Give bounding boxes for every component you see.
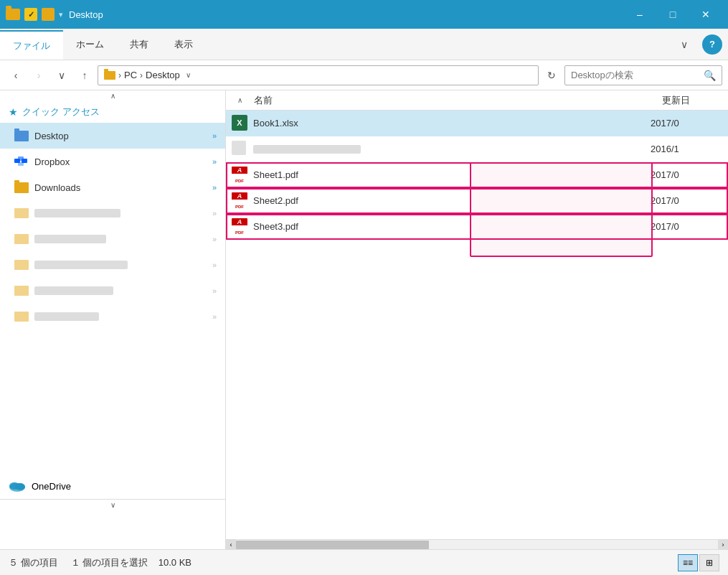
title-bar-dropdown-arrow[interactable]: ▾ bbox=[59, 10, 63, 19]
ribbon: ファイル ホーム 共有 表示 ∨ ? bbox=[0, 29, 728, 60]
pdf-icon-red-header-2: A bbox=[232, 192, 247, 200]
back-button[interactable]: ‹ bbox=[6, 65, 26, 85]
forward-button[interactable]: › bbox=[29, 65, 49, 85]
close-button[interactable]: ✕ bbox=[689, 0, 722, 29]
horizontal-scrollbar[interactable]: ‹ › bbox=[226, 539, 728, 549]
col-date-label: 更新日 bbox=[662, 95, 690, 106]
svg-point-6 bbox=[15, 483, 25, 490]
pdf-a-letter: A bbox=[237, 167, 242, 174]
sidebar-item-desktop[interactable]: Desktop » bbox=[0, 123, 225, 149]
ribbon-collapse-button[interactable]: ∨ bbox=[672, 29, 696, 60]
search-icon: 🔍 bbox=[704, 70, 716, 81]
sidebar-scroll-down[interactable]: ∨ bbox=[0, 499, 225, 510]
address-path[interactable]: › PC › Desktop ∨ bbox=[98, 65, 539, 85]
list-view-icon: ≡≡ bbox=[683, 558, 693, 568]
sidebar-blurred-item-4: » bbox=[0, 278, 225, 304]
file-list: ∧ 名前 更新日 X Book1.xlsx 2017/0 bbox=[226, 90, 728, 549]
file-list-container: X Book1.xlsx 2017/0 2016/1 bbox=[226, 111, 728, 539]
blurred-pin-4: » bbox=[212, 286, 217, 295]
file-row-sheet3[interactable]: A PDF Sheet3.pdf 2017/0 bbox=[226, 214, 728, 240]
main-content: ∧ ★ クイック アクセス Desktop » Dropbox » Downlo… bbox=[0, 90, 728, 549]
minimize-button[interactable]: – bbox=[623, 0, 656, 29]
sidebar-item-onedrive[interactable]: OneDrive bbox=[0, 473, 225, 499]
maximize-button[interactable]: □ bbox=[656, 0, 689, 29]
sidebar-blurred-item-2: » bbox=[0, 226, 225, 252]
forward-icon: › bbox=[37, 70, 41, 81]
pdf-acrobat-icon-sheet2: A PDF bbox=[232, 192, 249, 210]
sidebar-blurred-item-1: » bbox=[0, 200, 225, 226]
blurred-label-5 bbox=[34, 312, 99, 321]
search-box[interactable]: 🔍 bbox=[564, 65, 722, 85]
tab-file[interactable]: ファイル bbox=[0, 30, 63, 60]
file-row-blurred[interactable]: 2016/1 bbox=[226, 136, 728, 162]
path-pc: PC bbox=[124, 70, 137, 80]
app-icon-check: ✓ bbox=[24, 8, 37, 21]
sidebar-item-downloads[interactable]: Downloads » bbox=[0, 174, 225, 200]
blurred-pin-3: » bbox=[212, 261, 217, 269]
tab-view[interactable]: 表示 bbox=[161, 29, 206, 60]
path-separator-1: › bbox=[118, 70, 121, 80]
sidebar-blurred-item-3: » bbox=[0, 252, 225, 278]
help-button[interactable]: ? bbox=[702, 34, 722, 55]
dropbox-icon bbox=[14, 156, 29, 167]
pdf-a-letter-2: A bbox=[237, 192, 242, 200]
file-row-book1[interactable]: X Book1.xlsx 2017/0 bbox=[226, 111, 728, 136]
blurred-label-3 bbox=[34, 261, 128, 269]
file-row-sheet2[interactable]: A PDF Sheet2.pdf 2017/0 bbox=[226, 188, 728, 214]
tab-share[interactable]: 共有 bbox=[117, 29, 161, 60]
sort-indicator-icon: ∧ bbox=[237, 96, 242, 104]
file-name-sheet1: Sheet1.pdf bbox=[253, 169, 651, 180]
icon-view-button[interactable]: ⊞ bbox=[699, 554, 719, 571]
pdf-a-letter-3: A bbox=[237, 218, 242, 225]
onedrive-label: OneDrive bbox=[32, 481, 71, 492]
scroll-left-button[interactable]: ‹ bbox=[226, 540, 236, 550]
up-icon: ↑ bbox=[82, 70, 88, 81]
scroll-right-button[interactable]: › bbox=[718, 540, 728, 550]
pdf-label: PDF bbox=[232, 179, 247, 183]
col-name-header[interactable]: 名前 bbox=[248, 94, 656, 107]
scroll-track[interactable] bbox=[236, 540, 718, 550]
quick-access-star-icon: ★ bbox=[9, 106, 18, 118]
list-view-button[interactable]: ≡≡ bbox=[678, 554, 698, 571]
refresh-button[interactable]: ↻ bbox=[542, 65, 562, 85]
downloads-folder-icon bbox=[14, 182, 29, 193]
item-count: ５ 個の項目 bbox=[9, 557, 58, 568]
pdf-file-icon-sheet3: A PDF bbox=[232, 218, 249, 235]
excel-file-icon: X bbox=[232, 115, 249, 132]
pdf-acrobat-icon-sheet1: A PDF bbox=[232, 167, 249, 184]
path-separator-2: › bbox=[140, 70, 143, 80]
sidebar-item-desktop-label: Desktop bbox=[34, 131, 207, 141]
pdf-file-icon-sheet2: A PDF bbox=[232, 192, 249, 210]
blurred-folder-icon-5 bbox=[14, 312, 29, 322]
blurred-label-1 bbox=[34, 209, 120, 218]
pdf-acrobat-icon-sheet3: A PDF bbox=[232, 218, 249, 235]
file-name-book1: Book1.xlsx bbox=[253, 118, 651, 128]
file-date-book1: 2017/0 bbox=[651, 118, 722, 128]
file-name-sheet2: Sheet2.pdf bbox=[253, 195, 651, 206]
search-input[interactable] bbox=[571, 70, 701, 80]
blurred-folder-icon-1 bbox=[14, 208, 29, 218]
blurred-pin-2: » bbox=[212, 235, 217, 243]
up-button[interactable]: ↑ bbox=[75, 65, 95, 85]
dropbox-pin-icon: » bbox=[212, 157, 217, 166]
file-date-sheet3: 2017/0 bbox=[651, 221, 722, 232]
quick-access-header[interactable]: ★ クイック アクセス bbox=[0, 101, 225, 123]
sidebar-item-dropbox-label: Dropbox bbox=[34, 156, 207, 167]
blurred-file-name-area bbox=[253, 145, 651, 154]
tab-home[interactable]: ホーム bbox=[63, 29, 117, 60]
col-date-header[interactable]: 更新日 bbox=[656, 94, 728, 107]
file-date-sheet2: 2017/0 bbox=[651, 195, 722, 206]
sidebar-scroll-up[interactable]: ∧ bbox=[0, 90, 225, 101]
sidebar-item-downloads-label: Downloads bbox=[34, 182, 207, 193]
icon-view-icon: ⊞ bbox=[706, 558, 713, 568]
back-icon: ‹ bbox=[14, 70, 18, 81]
recent-locations-button[interactable]: ∨ bbox=[52, 65, 72, 85]
file-date-blurred: 2016/1 bbox=[651, 144, 722, 154]
file-row-sheet1[interactable]: A PDF Sheet1.pdf 2017/0 bbox=[226, 162, 728, 188]
pdf-icon-red-header: A bbox=[232, 167, 247, 174]
downloads-pin-icon: » bbox=[212, 183, 217, 192]
scroll-thumb[interactable] bbox=[236, 541, 429, 549]
selected-info: １ 個の項目を選択 bbox=[71, 557, 148, 568]
sidebar-item-dropbox[interactable]: Dropbox » bbox=[0, 149, 225, 174]
pdf-label-2: PDF bbox=[232, 205, 247, 209]
